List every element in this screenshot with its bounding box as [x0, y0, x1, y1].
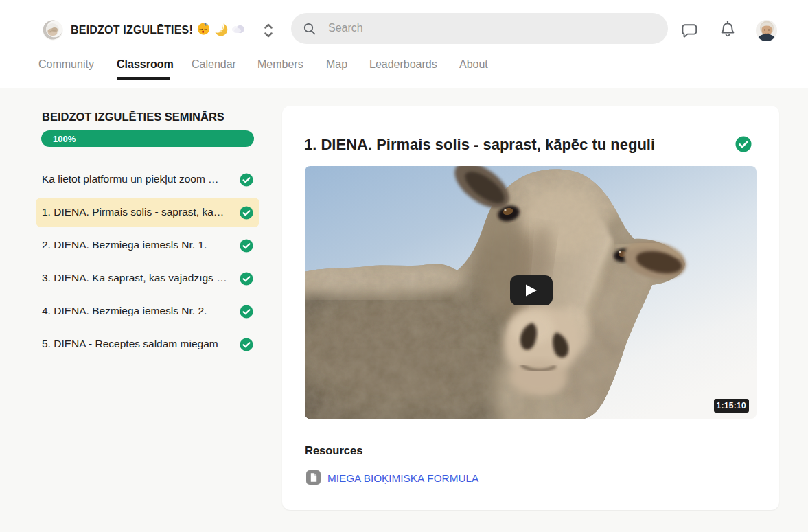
svg-text:z: z — [205, 22, 208, 25]
